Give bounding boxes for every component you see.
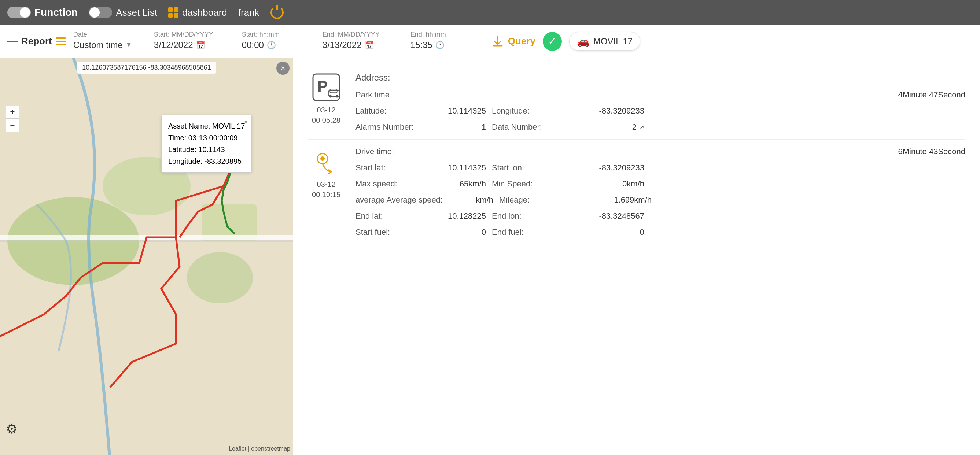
date-label: Date: [73,31,146,38]
drive-icon [312,147,341,176]
map-zoom-controls: + − [6,105,19,132]
svg-point-16 [320,156,325,161]
function-toggle[interactable]: Function [7,6,78,18]
drive-event-section: 03-12 00:10:15 Drive time: 6Minute 43Sec… [308,140,965,244]
toggle-knob [20,7,30,18]
tooltip-latitude: Latitude: 10.1143 [168,143,245,155]
asset-list-toggle[interactable]: Asset List [89,6,157,18]
zoom-in-button[interactable]: + [6,105,19,119]
svg-point-14 [336,95,338,98]
end-lat-value: 10.128225 [427,212,486,221]
power-button[interactable] [270,6,284,19]
tooltip-longitude: Longitude: -83.320895 [168,155,245,167]
date-value-display[interactable]: Custom time ▼ [73,40,146,52]
end-time-value: 15:35 [410,40,433,50]
query-button[interactable]: Query [491,35,535,48]
end-fuel-label: End fuel: [492,228,565,237]
external-link-icon[interactable]: ↗ [639,124,644,131]
main-content: 10.126073587176156 -83.30348968505861 × … [0,58,980,455]
end-time-field: End: hh:mm 15:35 🕐 [410,31,484,52]
park-datetime: 03-12 00:05:28 [312,105,340,125]
asset-toggle-switch[interactable] [89,6,112,18]
svg-point-4 [187,252,253,303]
end-lon-value: -83.3248567 [571,212,644,221]
longitude-label: Longitude: [492,106,565,116]
close-icon: × [281,64,285,73]
confirm-button[interactable]: ✓ [543,32,562,51]
vehicle-selector[interactable]: 🚗 MOVIL 17 [569,32,640,51]
latitude-value: 10.114325 [427,106,486,116]
start-time-label: Start: hh:mm [242,31,315,38]
longitude-value: -83.3209233 [571,106,644,116]
start-date-value-display[interactable]: 3/12/2022 📅 [154,40,235,52]
park-date: 03-12 [312,105,340,115]
min-speed-value: 0km/h [571,179,644,189]
chevron-down-icon: ▼ [125,41,132,49]
top-navigation: Function Asset List dashboard frank [0,0,980,25]
svg-text:P: P [317,78,328,95]
end-fuel-value: 0 [571,228,644,237]
end-lat-label: End lat: [355,212,422,221]
data-number-value: 2 ↗ [571,123,644,132]
end-date-field: End: MM/DD/YYYY 3/13/2022 📅 [323,31,403,52]
start-fuel-label: Start fuel: [355,228,422,237]
date-field: Date: Custom time ▼ [73,31,146,52]
end-lon-label: End lon: [492,212,565,221]
tooltip-close-button[interactable]: × [244,117,248,128]
drive-time-label: Drive time: [355,147,394,156]
drive-date: 03-12 [312,179,340,189]
park-time: 00:05:28 [312,115,340,125]
dashboard-icon [168,7,178,18]
start-date-field: Start: MM/DD/YYYY 3/12/2022 📅 [154,31,235,52]
address-label: Address: [355,73,390,83]
dashboard-label: dashboard [182,7,227,18]
drive-details: Drive time: 6Minute 43Second Start lat: … [355,147,965,237]
function-label: Function [35,6,78,18]
hamburger-menu[interactable] [56,37,66,45]
end-date-value-display[interactable]: 3/13/2022 📅 [323,40,403,52]
drive-icon-col: 03-12 00:10:15 [308,147,345,237]
avg-speed-label: average Average speed: [355,195,458,205]
park-event-section: P 03-12 00:05:28 Address: [308,65,965,140]
zoom-out-button[interactable]: − [6,119,19,132]
calendar-icon[interactable]: 📅 [196,41,205,49]
map-coord-overlay: 10.126073587176156 -83.30348968505861 [77,62,216,74]
park-icon-col: P 03-12 00:05:28 [308,73,345,132]
start-lon-value: -83.3209233 [571,163,644,173]
svg-point-13 [329,95,332,98]
attribution-text: Leaflet | openstreetmap [229,445,290,452]
tooltip-asset-name: Asset Name: MOVIL 17 [168,120,245,132]
zoom-in-icon: + [10,107,15,117]
avg-speed-unit: km/h [464,195,493,205]
mileage-value: 1.699km/h [578,195,652,205]
map-tooltip: × Asset Name: MOVIL 17 Time: 03-13 00:00… [161,115,252,173]
start-lon-label: Start lon: [492,163,565,173]
drive-time-value: 6Minute 43Second [898,147,965,156]
end-time-label: End: hh:mm [410,31,484,38]
map-close-button[interactable]: × [276,62,290,75]
start-time-value-display[interactable]: 00:00 🕐 [242,40,315,52]
map-area[interactable]: 10.126073587176156 -83.30348968505861 × … [0,58,293,455]
map-settings-button[interactable]: ⚙ [6,421,21,437]
max-speed-value: 65km/h [427,179,486,189]
download-icon [491,35,504,48]
dashboard-nav-item[interactable]: dashboard [168,7,227,18]
park-time-label: Park time [355,90,390,100]
report-section: — Report [7,35,66,47]
end-time-value-display[interactable]: 15:35 🕐 [410,40,484,52]
data-number-label: Data Number: [492,123,565,132]
mileage-label: Mileage: [499,195,573,205]
start-date-value: 3/12/2022 [154,40,193,50]
tooltip-time: Time: 03-13 00:00:09 [168,132,245,143]
end-date-label: End: MM/DD/YYYY [323,31,403,38]
park-icon: P [312,73,341,102]
end-calendar-icon[interactable]: 📅 [365,41,374,49]
function-toggle-switch[interactable] [7,6,31,18]
zoom-out-icon: − [10,121,15,130]
clock-icon[interactable]: 🕐 [267,41,276,49]
alarms-label: Alarms Number: [355,123,422,132]
end-date-value: 3/13/2022 [323,40,362,50]
query-label: Query [508,35,535,47]
toolbar: — Report Date: Custom time ▼ Start: MM/D… [0,25,980,58]
end-clock-icon[interactable]: 🕐 [435,41,445,49]
